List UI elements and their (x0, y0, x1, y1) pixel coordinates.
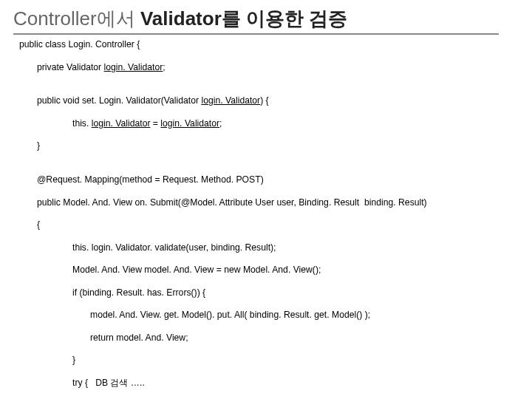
slide: Controller에서 Validator를 이용한 검증 public cl… (0, 0, 532, 399)
code-line: model. And. View. get. Model(). put. All… (19, 310, 519, 321)
title-wrap: Controller에서 Validator를 이용한 검증 (13, 6, 519, 35)
slide-title: Controller에서 Validator를 이용한 검증 (13, 6, 499, 35)
code-line: @Request. Mapping(method = Request. Meth… (19, 174, 519, 185)
code-line: try { DB 검색 ….. (19, 378, 519, 389)
title-plain: Controller에서 (13, 7, 140, 30)
code-line: Model. And. View model. And. View = new … (19, 265, 519, 276)
code-line: public void set. Login. Validator(Valida… (19, 95, 519, 106)
code-line: public class Login. Controller { (19, 39, 140, 50)
code-line: } (19, 140, 519, 151)
title-bold: Validator를 이용한 검증 (140, 7, 347, 30)
code-line: private Validator login. Validator; (19, 62, 519, 73)
code-line: if (binding. Result. has. Errors()) { (19, 287, 519, 299)
code-line: public Model. And. View on. Submit(@Mode… (19, 197, 519, 208)
code-block: public class Login. Controller { private… (13, 39, 519, 399)
code-line: return model. And. View; (19, 332, 519, 344)
code-line: } (19, 355, 519, 366)
code-line: { (19, 219, 519, 231)
code-line: this. login. Validator = login. Validato… (19, 118, 519, 129)
code-line: this. login. Validator. validate(user, b… (19, 242, 519, 253)
